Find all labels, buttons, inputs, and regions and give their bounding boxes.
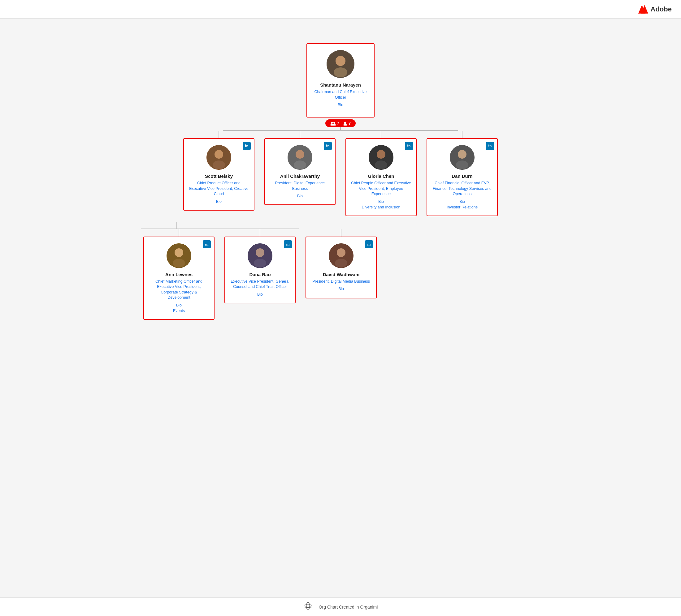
card-scott: in Scott Belsky Chief Product Officer an… xyxy=(183,138,254,211)
avatar-image-shantanu xyxy=(327,50,354,78)
bio-link-dan[interactable]: Bio xyxy=(459,199,465,204)
row2-section: in Ann Lewnes Chief Marketing Officer an… xyxy=(141,222,379,320)
badge-groups: 7 xyxy=(330,121,339,126)
bio-link-ann[interactable]: Bio xyxy=(176,303,182,307)
person-icon xyxy=(343,121,347,126)
header: Adobe xyxy=(0,0,681,19)
top-level: Shantanu Narayen Chairman and Chief Exec… xyxy=(306,43,375,127)
title-gloria: Chief People Officer and Executive Vice … xyxy=(351,181,411,197)
row2-hline xyxy=(141,229,299,229)
org-chart-icon xyxy=(303,602,313,612)
svg-point-22 xyxy=(458,150,466,159)
card-david: in David Wadhwani President, Digital Med… xyxy=(305,237,377,298)
linkedin-gloria[interactable]: in xyxy=(405,142,413,150)
bio-link-david[interactable]: Bio xyxy=(338,287,344,291)
svg-point-9 xyxy=(333,124,336,126)
svg-point-11 xyxy=(343,124,347,126)
avatar-ann xyxy=(167,243,191,268)
avatar-dana xyxy=(248,243,272,268)
adobe-logo: Adobe xyxy=(638,4,672,14)
linkedin-scott[interactable]: in xyxy=(243,142,251,150)
avatar-img-gloria xyxy=(369,145,394,170)
title-shantanu: Chairman and Chief Executive Officer xyxy=(312,89,369,100)
card-gloria: in Gloria Chen Chief People Officer and … xyxy=(346,138,417,216)
avatar-gloria xyxy=(369,145,394,170)
svg-line-37 xyxy=(309,604,311,605)
svg-point-26 xyxy=(173,259,185,267)
linkedin-ann[interactable]: in xyxy=(203,240,211,248)
linkedin-anil[interactable]: in xyxy=(324,142,332,150)
svg-point-13 xyxy=(215,150,223,159)
row1-hline xyxy=(223,130,458,131)
svg-point-16 xyxy=(296,150,304,159)
svg-point-20 xyxy=(375,160,387,169)
svg-point-29 xyxy=(254,259,266,267)
vert-line-dan xyxy=(462,131,462,138)
svg-point-5 xyxy=(335,56,346,66)
col-anil: in Anil Chakravarthy President, Digital … xyxy=(262,131,338,205)
title-dan: Chief Financial Officer and EVP, Finance… xyxy=(432,181,492,197)
avatar-img-scott xyxy=(206,145,231,170)
bio-link-gloria[interactable]: Bio xyxy=(378,199,384,204)
col-gloria: in Gloria Chen Chief People Officer and … xyxy=(343,131,419,216)
title-dana: Executive Vice President, General Counse… xyxy=(230,279,290,290)
svg-point-10 xyxy=(344,122,346,124)
svg-point-31 xyxy=(337,248,346,257)
children-badge: 7 7 xyxy=(325,119,356,127)
vert-line-anil xyxy=(300,131,300,138)
col-ann: in Ann Lewnes Chief Marketing Officer an… xyxy=(141,229,217,320)
name-scott: Scott Belsky xyxy=(205,173,233,179)
col-dana: in Dana Rao Executive Vice President, Ge… xyxy=(222,229,298,303)
row2-cards: in Ann Lewnes Chief Marketing Officer an… xyxy=(141,229,379,320)
bio-link-shantanu[interactable]: Bio xyxy=(338,103,343,107)
avatar-img-ann xyxy=(167,243,191,268)
card-ann: in Ann Lewnes Chief Marketing Officer an… xyxy=(143,237,215,320)
name-dana: Dana Rao xyxy=(249,272,271,277)
events-link-ann[interactable]: Events xyxy=(173,309,185,313)
vert-line-ann xyxy=(179,229,179,237)
name-dan: Dan Durn xyxy=(452,173,473,179)
avatar-img-dana xyxy=(248,243,272,268)
name-david: David Wadhwani xyxy=(323,272,360,277)
svg-point-32 xyxy=(335,259,347,267)
badge-persons: 7 xyxy=(343,121,351,126)
avatar-img-anil xyxy=(287,145,312,170)
avatar-img-dan xyxy=(450,145,475,170)
linkedin-dan[interactable]: in xyxy=(486,142,494,150)
footer: Org Chart Created in Organimi xyxy=(0,597,681,616)
bio-link-dana[interactable]: Bio xyxy=(257,292,263,297)
avatar-shantanu xyxy=(327,50,354,78)
title-david: President, Digital Media Business xyxy=(312,279,370,285)
name-anil: Anil Chakravarthy xyxy=(280,173,320,179)
title-anil: President, Digital Experience Business xyxy=(270,181,330,191)
linkedin-dana[interactable]: in xyxy=(284,240,292,248)
groups-icon xyxy=(330,121,336,126)
name-ann: Ann Lewnes xyxy=(165,272,193,277)
diversity-link-gloria[interactable]: Diversity and Inclusion xyxy=(361,205,400,209)
linkedin-david[interactable]: in xyxy=(365,240,373,248)
vert-line-gloria xyxy=(381,131,381,138)
card-anil: in Anil Chakravarthy President, Digital … xyxy=(264,138,335,205)
svg-point-28 xyxy=(256,248,264,257)
adobe-icon xyxy=(638,4,648,14)
avatar-david xyxy=(329,243,353,268)
row1-cards: in Scott Belsky Chief Product Officer an… xyxy=(181,131,500,216)
bio-link-scott[interactable]: Bio xyxy=(216,199,222,204)
svg-point-23 xyxy=(456,160,468,169)
avatar-anil xyxy=(287,145,312,170)
bio-link-anil[interactable]: Bio xyxy=(297,194,303,198)
row2-left-vert xyxy=(176,222,177,229)
card-dana: in Dana Rao Executive Vice President, Ge… xyxy=(224,237,296,303)
svg-point-17 xyxy=(294,160,306,169)
organimi-icon xyxy=(303,602,313,610)
card-dan: in Dan Durn Chief Financial Officer and … xyxy=(427,138,498,216)
col-scott: in Scott Belsky Chief Product Officer an… xyxy=(181,131,257,211)
name-shantanu: Shantanu Narayen xyxy=(320,82,361,87)
investor-link-dan[interactable]: Investor Relations xyxy=(447,205,478,209)
svg-point-14 xyxy=(213,160,225,169)
connector-top-to-rows xyxy=(340,127,341,130)
vert-line-david xyxy=(341,229,342,237)
title-scott: Chief Product Officer and Executive Vice… xyxy=(189,181,249,197)
svg-line-36 xyxy=(305,604,307,605)
top-card-shantanu: Shantanu Narayen Chairman and Chief Exec… xyxy=(306,43,375,117)
